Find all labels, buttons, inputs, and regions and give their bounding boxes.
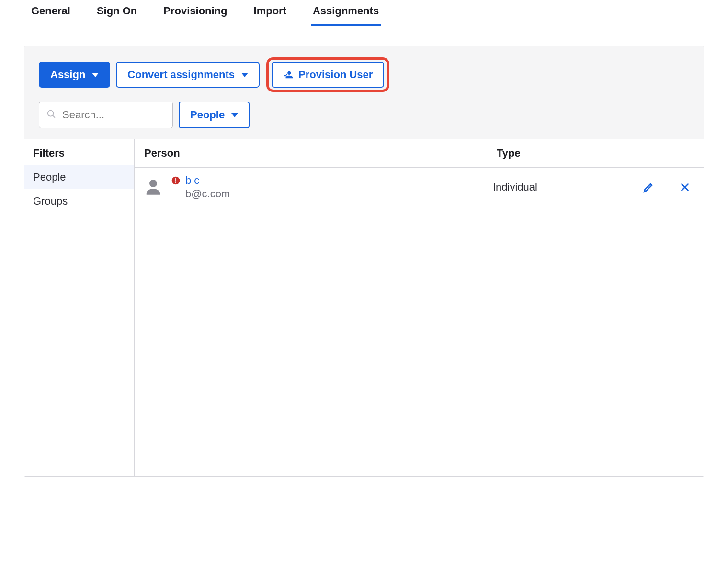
tab-sign-on[interactable]: Sign On <box>97 0 137 26</box>
sidebar-item-groups[interactable]: Groups <box>24 189 134 213</box>
people-filter-button[interactable]: People <box>179 102 250 128</box>
assignment-type: Individual <box>493 181 617 193</box>
assignments-panel: Assign Convert assignments Provision Use… <box>24 46 704 477</box>
tab-provisioning[interactable]: Provisioning <box>163 0 227 26</box>
search-field[interactable] <box>39 102 173 128</box>
people-filter-label: People <box>190 109 225 121</box>
svg-rect-4 <box>175 182 176 183</box>
user-add-icon <box>283 69 294 80</box>
sidebar-item-label: People <box>33 171 66 183</box>
person-name-link[interactable]: b c <box>185 174 199 187</box>
chevron-down-icon <box>231 113 238 117</box>
svg-line-1 <box>53 115 55 117</box>
chevron-down-icon <box>92 73 99 77</box>
provision-user-button[interactable]: Provision User <box>272 62 384 88</box>
tab-assignments[interactable]: Assignments <box>313 0 379 26</box>
assignments-table: Person Type <box>135 139 704 476</box>
provision-user-highlight: Provision User <box>266 57 389 92</box>
content-area: Filters People Groups Person Type <box>24 139 704 476</box>
search-icon <box>46 109 57 121</box>
edit-icon[interactable] <box>642 181 655 193</box>
remove-icon[interactable] <box>679 181 691 193</box>
person-cell: b c b@c.com <box>144 174 493 200</box>
sidebar-item-label: Groups <box>33 195 68 207</box>
convert-assignments-button[interactable]: Convert assignments <box>116 62 260 88</box>
avatar-icon <box>144 178 162 196</box>
convert-assignments-label: Convert assignments <box>127 68 235 81</box>
svg-rect-3 <box>175 178 176 182</box>
provision-user-label: Provision User <box>298 68 373 81</box>
search-input[interactable] <box>62 109 166 121</box>
filters-title: Filters <box>24 139 134 165</box>
assign-button-label: Assign <box>50 68 85 81</box>
column-person: Person <box>144 147 493 159</box>
toolbar: Assign Convert assignments Provision Use… <box>24 46 704 139</box>
assign-button[interactable]: Assign <box>39 62 110 88</box>
chevron-down-icon <box>241 73 248 77</box>
tab-import[interactable]: Import <box>254 0 286 26</box>
filters-sidebar: Filters People Groups <box>24 139 135 476</box>
person-email: b@c.com <box>185 188 230 200</box>
table-row: b c b@c.com Individual <box>135 168 704 207</box>
column-type: Type <box>493 147 617 159</box>
tabs-nav: General Sign On Provisioning Import Assi… <box>24 0 704 26</box>
tab-general[interactable]: General <box>31 0 70 26</box>
error-icon <box>171 176 181 185</box>
sidebar-item-people[interactable]: People <box>24 165 134 189</box>
table-header-row: Person Type <box>135 139 704 168</box>
